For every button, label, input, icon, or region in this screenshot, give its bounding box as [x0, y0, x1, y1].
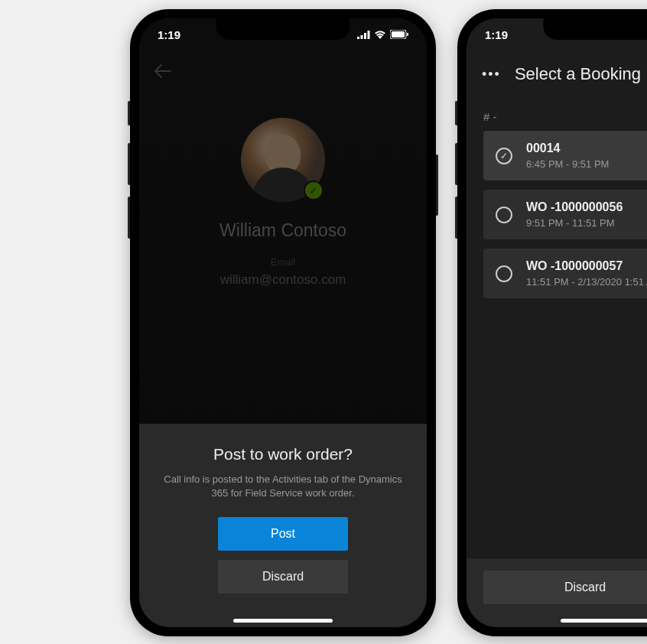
wifi-icon	[374, 28, 386, 41]
svg-rect-3	[368, 31, 370, 39]
sheet-description: Call info is posted to the Activities ta…	[156, 473, 410, 500]
phone-select-booking: 1:19 ••• Select a Booking # -	[457, 9, 647, 636]
status-time: 1:19	[485, 28, 508, 41]
more-icon[interactable]: •••	[482, 67, 501, 83]
cellular-icon	[357, 28, 370, 41]
radio-selected-icon: ✓	[496, 148, 512, 164]
action-sheet: Post to work order? Call info is posted …	[139, 424, 427, 627]
footer-actions: Discard	[467, 558, 647, 627]
home-indicator[interactable]	[233, 619, 333, 623]
booking-time: 6:45 PM - 9:51 PM	[526, 158, 647, 170]
booking-time: 9:51 PM - 11:51 PM	[526, 217, 647, 229]
section-label: # -	[467, 96, 647, 131]
booking-item-wo-1000000056[interactable]: WO -1000000056 9:51 PM - 11:51 PM	[483, 190, 647, 239]
svg-rect-0	[357, 37, 359, 39]
svg-rect-2	[364, 33, 366, 39]
discard-button[interactable]: Discard	[483, 571, 647, 604]
booking-list: ✓ 00014 6:45 PM - 9:51 PM WO -1000000056…	[467, 131, 647, 298]
booking-time: 11:51 PM - 2/13/2020 1:51 AM	[526, 276, 647, 288]
radio-unselected-icon	[496, 207, 512, 223]
radio-unselected-icon	[496, 265, 512, 282]
discard-button[interactable]: Discard	[218, 560, 348, 594]
booking-title: 00014	[526, 141, 647, 155]
status-time: 1:19	[158, 28, 180, 41]
home-indicator[interactable]	[561, 619, 647, 623]
phone-post-to-work-order: 1:19 ✓ Will	[130, 9, 436, 636]
booking-item-00014[interactable]: ✓ 00014 6:45 PM - 9:51 PM	[483, 131, 647, 181]
sheet-title: Post to work order?	[156, 445, 410, 463]
svg-rect-6	[407, 33, 408, 36]
booking-title: WO -1000000056	[526, 200, 647, 214]
booking-title: WO -1000000057	[526, 259, 647, 273]
page-title: Select a Booking	[515, 64, 641, 84]
post-button[interactable]: Post	[218, 517, 348, 551]
booking-item-wo-1000000057[interactable]: WO -1000000057 11:51 PM - 2/13/2020 1:51…	[483, 249, 647, 298]
status-icons	[357, 28, 408, 41]
svg-rect-5	[392, 31, 405, 37]
battery-icon	[390, 28, 408, 41]
svg-rect-1	[361, 35, 363, 39]
